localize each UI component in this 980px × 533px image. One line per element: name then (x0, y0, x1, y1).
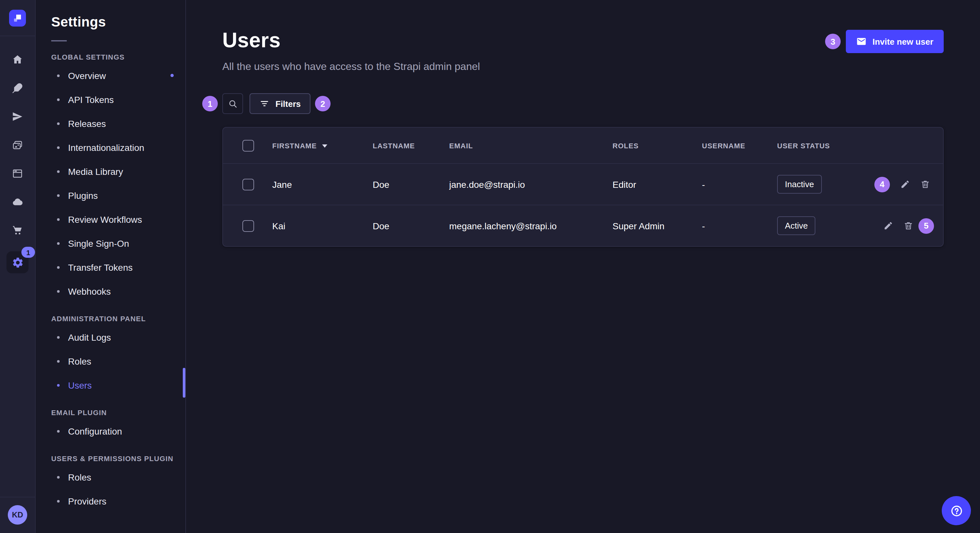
section-label-administration-panel: ADMINISTRATION PANEL (36, 315, 185, 322)
bullet-dot (57, 476, 60, 478)
table-row[interactable]: Kai Doe megane.lacheny@strapi.io Super A… (223, 205, 943, 246)
bullet-dot (57, 266, 60, 268)
cell-username: - (702, 179, 777, 189)
pencil-icon (883, 221, 893, 230)
settings-subnav: Settings GLOBAL SETTINGS Overview API To… (36, 0, 186, 533)
subnav-item-users[interactable]: Users (36, 373, 185, 397)
row-checkbox[interactable] (242, 178, 254, 190)
sort-caret-down-icon[interactable] (321, 142, 328, 149)
annotation-badge-4: 4 (874, 176, 890, 192)
delete-button[interactable] (904, 221, 913, 230)
subnav-item-label: Internationalization (68, 142, 144, 152)
subnav-item-label: Providers (68, 496, 106, 506)
subnav-item-plugins[interactable]: Plugins (36, 183, 185, 207)
subnav-item-up-roles[interactable]: Roles (36, 465, 185, 489)
subnav-item-up-providers[interactable]: Providers (36, 489, 185, 513)
page-title: Users (222, 29, 480, 52)
bullet-dot (57, 218, 60, 220)
strapi-logo[interactable] (9, 10, 26, 27)
select-all-checkbox[interactable] (242, 140, 254, 151)
pencil-icon (900, 179, 910, 189)
row-checkbox[interactable] (242, 220, 254, 232)
subnav-item-review-workflows[interactable]: Review Workflows (36, 207, 185, 231)
subnav-item-media-library[interactable]: Media Library (36, 159, 185, 183)
edit-button[interactable] (883, 221, 893, 230)
marketplace-nav-button[interactable] (6, 219, 29, 241)
cell-lastname: Doe (373, 179, 449, 189)
settings-nav-button[interactable]: 1 (6, 251, 29, 273)
subnav-title-divider (51, 40, 67, 41)
cell-email: megane.lacheny@strapi.io (449, 220, 612, 231)
subnav-item-label: Releases (68, 118, 106, 128)
subnav-item-label: Media Library (68, 166, 123, 176)
column-header-roles[interactable]: ROLES (612, 141, 702, 149)
edit-button[interactable] (900, 179, 910, 189)
subnav-item-label: Review Workflows (68, 214, 142, 224)
invite-new-user-button[interactable]: Invite new user (846, 30, 944, 53)
filters-button[interactable]: Filters (250, 93, 310, 114)
subnav-item-label: Roles (68, 472, 91, 482)
delete-button[interactable] (920, 179, 930, 189)
home-nav-button[interactable] (6, 49, 29, 71)
cell-firstname: Kai (272, 220, 373, 231)
users-table: FIRSTNAME LASTNAME EMAIL ROLES USERNAME … (222, 127, 944, 247)
bullet-dot (57, 360, 60, 362)
subnav-item-label: Roles (68, 356, 91, 366)
subnav-title: Settings (36, 14, 185, 30)
subnav-item-webhooks[interactable]: Webhooks (36, 279, 185, 303)
subnav-item-overview[interactable]: Overview (36, 63, 185, 87)
subnav-item-label: Plugins (68, 190, 98, 200)
bullet-dot (57, 242, 60, 244)
status-badge: Inactive (777, 175, 822, 194)
subnav-item-label: Webhooks (68, 286, 111, 296)
feather-icon (12, 82, 23, 94)
help-button[interactable] (942, 496, 971, 525)
content-manager-nav-button[interactable] (6, 163, 29, 185)
column-header-firstname[interactable]: FIRSTNAME (272, 141, 373, 149)
cloud-icon (12, 196, 23, 208)
subnav-item-releases[interactable]: Releases (36, 111, 185, 135)
paper-plane-icon (12, 111, 23, 122)
annotation-badge-5: 5 (918, 218, 934, 233)
subnav-item-single-sign-on[interactable]: Single Sign-On (36, 231, 185, 255)
media-library-nav-button[interactable] (6, 134, 29, 156)
subnav-item-api-tokens[interactable]: API Tokens (36, 87, 185, 111)
bullet-dot (57, 430, 60, 432)
question-mark-icon (949, 503, 964, 518)
column-header-email[interactable]: EMAIL (449, 141, 612, 149)
subnav-item-internationalization[interactable]: Internationalization (36, 135, 185, 159)
content-type-builder-nav-button[interactable] (6, 77, 29, 99)
gear-icon (11, 256, 24, 268)
main-nav-rail: 1 KD (0, 0, 36, 533)
subnav-item-admin-roles[interactable]: Roles (36, 349, 185, 373)
overview-notification-dot (170, 74, 174, 77)
bullet-dot (57, 170, 60, 173)
cloud-nav-button[interactable] (6, 191, 29, 213)
table-row[interactable]: Jane Doe jane.doe@strapi.io Editor - Ina… (223, 163, 943, 205)
bullet-dot (57, 500, 60, 502)
envelope-icon (856, 36, 867, 47)
search-icon (227, 98, 238, 109)
bullet-dot (57, 74, 60, 77)
deploy-nav-button[interactable] (6, 106, 29, 128)
trash-icon (920, 179, 930, 189)
bullet-dot (57, 384, 60, 386)
subnav-item-email-configuration[interactable]: Configuration (36, 419, 185, 443)
column-header-lastname[interactable]: LASTNAME (373, 141, 449, 149)
user-avatar[interactable]: KD (8, 505, 27, 525)
column-header-username[interactable]: USERNAME (702, 141, 777, 149)
subnav-item-audit-logs[interactable]: Audit Logs (36, 325, 185, 349)
subnav-item-transfer-tokens[interactable]: Transfer Tokens (36, 255, 185, 279)
column-header-user-status[interactable]: USER STATUS (777, 141, 874, 149)
subnav-scrollbar-thumb[interactable] (183, 368, 185, 398)
annotation-badge-3: 3 (825, 34, 841, 49)
search-button[interactable] (222, 93, 243, 114)
annotation-badge-2: 2 (315, 96, 331, 111)
filters-label: Filters (275, 99, 301, 108)
layout-icon (12, 168, 23, 179)
section-label-users-permissions-plugin: USERS & PERMISSIONS PLUGIN (36, 455, 185, 462)
trash-icon (904, 221, 913, 230)
annotation-badge-1: 1 (202, 96, 218, 111)
bullet-dot (57, 290, 60, 292)
table-header-row: FIRSTNAME LASTNAME EMAIL ROLES USERNAME … (223, 128, 943, 163)
